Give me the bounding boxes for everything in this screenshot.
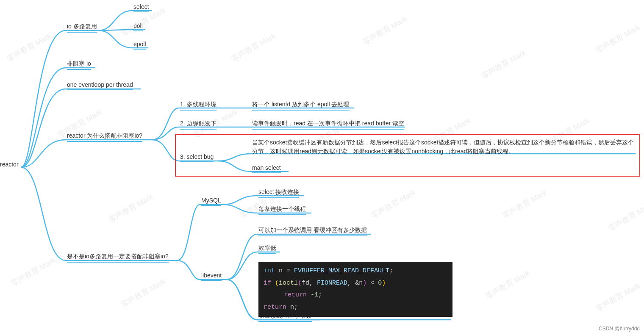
code-token: n bbox=[290, 304, 294, 311]
node-multithread-env: 1. 多线程环境 bbox=[180, 101, 217, 111]
watermark: 零声教育 Mark bbox=[501, 187, 549, 221]
code-token: , bbox=[347, 280, 355, 287]
leaf-low-efficiency: 效率低 bbox=[258, 244, 276, 254]
code-token: ) bbox=[382, 280, 386, 287]
code-snippet-libevent: int n = EVBUFFER_MAX_READ_DEFAULT; if (i… bbox=[258, 262, 452, 317]
code-token: ) bbox=[363, 280, 366, 287]
watermark: 零声教育 Mark bbox=[369, 187, 417, 221]
code-token: , bbox=[309, 280, 317, 287]
node-select: select bbox=[133, 3, 149, 12]
leaf-listenfd-epoll: 将一个 listenfd 放到多个 epoll 去处理 bbox=[252, 101, 350, 111]
watermark: 零声教育 Mark bbox=[9, 255, 57, 288]
watermark: 零声教育 Mark bbox=[484, 268, 532, 301]
code-token: 0 bbox=[378, 280, 382, 287]
code-token: return bbox=[284, 291, 311, 299]
code-token: ( bbox=[298, 280, 302, 287]
code-token: ; bbox=[294, 304, 298, 311]
leaf-read-buffer: 读事件触发时，read 在一次事件循环中把 read buffer 读空 bbox=[252, 120, 404, 130]
highlight-select-bug bbox=[175, 134, 640, 177]
watermark: 零声教育 Mark bbox=[5, 30, 53, 64]
watermark: 零声教育 Mark bbox=[480, 47, 527, 81]
node-one-eventloop: one eventloop per thread bbox=[67, 81, 133, 90]
code-token: return bbox=[264, 304, 290, 311]
watermark: 零声教育 Mark bbox=[119, 276, 167, 310]
credit-text: CSDN @hurryddd bbox=[599, 326, 640, 332]
node-poll: poll bbox=[133, 22, 143, 31]
watermark: 零声教育 Mark bbox=[361, 14, 409, 47]
leaf-mysql-select: select 接收连接 bbox=[258, 188, 299, 198]
code-token: ioctl bbox=[279, 280, 298, 287]
watermark: 零声教育 Mark bbox=[107, 191, 155, 225]
watermark: 零声教育 Mark bbox=[607, 200, 644, 233]
code-token: ( bbox=[275, 280, 279, 287]
code-token: = bbox=[286, 267, 290, 274]
node-edge-trigger: 2. 边缘触发下 bbox=[180, 120, 217, 130]
node-io-multiplex: io 多路复用 bbox=[67, 23, 97, 33]
node-why-nonblocking: reactor 为什么搭配非阻塞io? bbox=[67, 132, 142, 142]
node-nonblocking-io: 非阻塞 io bbox=[67, 60, 91, 70]
watermark: 零声教育 Mark bbox=[594, 280, 642, 314]
code-token: if bbox=[264, 280, 275, 287]
leaf-mysql-thread: 每条连接一个线程 bbox=[258, 205, 306, 215]
code-token: EVBUFFER_MAX_READ_DEFAULT bbox=[290, 267, 389, 274]
node-epoll: epoll bbox=[133, 41, 146, 50]
code-token: fd bbox=[302, 280, 309, 287]
code-token: FIONREAD bbox=[317, 280, 347, 287]
code-token: n bbox=[359, 280, 363, 287]
code-token: ; bbox=[389, 267, 393, 274]
root-node: reactor bbox=[0, 161, 19, 169]
watermark: 零声教育 Mark bbox=[594, 22, 642, 55]
code-token: < bbox=[366, 280, 378, 287]
watermark: 零声教育 Mark bbox=[230, 30, 278, 64]
node-libevent: libevent bbox=[201, 272, 222, 281]
leaf-syscall-buffer: 可以加一个系统调用 看缓冲区有多少数据 bbox=[258, 227, 367, 236]
code-token: & bbox=[355, 280, 359, 287]
code-token: n bbox=[275, 267, 286, 274]
code-token: ; bbox=[318, 291, 322, 299]
node-must-nonblocking: 是不是io多路复用一定要搭配非阻塞io? bbox=[67, 253, 169, 263]
code-token: -1 bbox=[311, 291, 318, 299]
code-token: int bbox=[264, 267, 275, 274]
node-mysql: MySQL bbox=[201, 197, 221, 206]
